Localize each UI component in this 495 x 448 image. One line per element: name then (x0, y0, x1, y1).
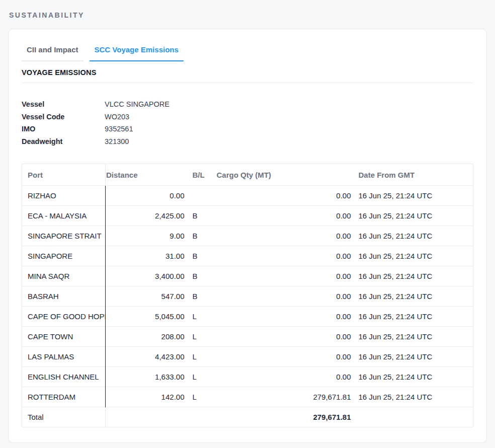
cell-distance: 142.00 (106, 387, 189, 407)
cell-cargo-qty: 0.00 (216, 246, 355, 266)
cell-date-from-gmt: 16 Jun 25, 21:24 UTC (355, 286, 473, 307)
cell-cargo-qty: 0.00 (216, 266, 355, 286)
table-row: BASRAH 547.00 B 0.00 16 Jun 25, 21:24 UT… (22, 286, 473, 307)
cell-port: CAPE TOWN (22, 327, 106, 347)
vessel-info-row: Vessel VLCC SINGAPORE (22, 98, 473, 111)
cell-date-from-gmt: 16 Jun 25, 21:24 UTC (355, 226, 473, 246)
vessel-info-row: Vessel Code WO203 (22, 111, 473, 123)
cell-bl: L (189, 347, 216, 367)
cell-distance: 0.00 (106, 186, 189, 206)
cell-port: CAPE OF GOOD HOPE (22, 307, 106, 327)
tab-bar: CII and Impact SCC Voyage Emissions (22, 44, 473, 61)
cell-cargo-qty: 0.00 (216, 286, 355, 307)
cell-distance: 2,425.00 (106, 206, 189, 226)
vessel-info-label: IMO (22, 123, 105, 135)
cell-distance: 208.00 (106, 327, 189, 347)
table-row: MINA SAQR 3,400.00 B 0.00 16 Jun 25, 21:… (22, 266, 473, 286)
vessel-info-label: Vessel Code (22, 111, 105, 123)
cell-cargo-qty: 0.00 (216, 367, 355, 387)
cell-cargo-qty: 279,671.81 (216, 387, 355, 407)
column-header-distance: Distance (106, 164, 189, 186)
cell-cargo-qty: 0.00 (216, 307, 355, 327)
table-footer: Total 279,671.81 (22, 407, 473, 427)
sustainability-card: CII and Impact SCC Voyage Emissions VOYA… (8, 29, 487, 443)
cell-cargo-qty: 0.00 (216, 327, 355, 347)
table-row: ECA - MALAYSIA 2,425.00 B 0.00 16 Jun 25… (22, 206, 473, 226)
total-row: Total 279,671.81 (22, 407, 473, 427)
cell-date-from-gmt: 16 Jun 25, 21:24 UTC (355, 367, 473, 387)
page-title: SUSTAINABILITY (0, 0, 495, 19)
cell-bl: L (189, 307, 216, 327)
cell-bl: L (189, 327, 216, 347)
cell-port: SINGAPORE (22, 246, 106, 266)
table-row: CAPE TOWN 208.00 L 0.00 16 Jun 25, 21:24… (22, 327, 473, 347)
total-label: Total (22, 407, 106, 427)
table-body: RIZHAO 0.00 0.00 16 Jun 25, 21:24 UTC EC… (22, 186, 473, 407)
section-title: VOYAGE EMISSIONS (22, 68, 473, 77)
cell-cargo-qty: 0.00 (216, 206, 355, 226)
cell-distance: 31.00 (106, 246, 189, 266)
vessel-info: Vessel VLCC SINGAPORE Vessel Code WO203 … (22, 98, 473, 147)
cell-distance: 9.00 (106, 226, 189, 246)
voyage-emissions-table: Port Distance B/L Cargo Qty (MT) Date Fr… (22, 164, 473, 427)
column-header-port: Port (22, 164, 106, 186)
cell-distance: 4,423.00 (106, 347, 189, 367)
vessel-info-value: WO203 (105, 111, 129, 123)
section-divider (22, 83, 473, 83)
cell-distance: 1,633.00 (106, 367, 189, 387)
vessel-info-row: Deadweight 321300 (22, 135, 473, 148)
table-row: SINGAPORE STRAIT 9.00 B 0.00 16 Jun 25, … (22, 226, 473, 246)
table-row: LAS PALMAS 4,423.00 L 0.00 16 Jun 25, 21… (22, 347, 473, 367)
cell-date-from-gmt: 16 Jun 25, 21:24 UTC (355, 186, 473, 206)
vessel-info-row: IMO 9352561 (22, 123, 473, 135)
cell-bl: B (189, 206, 216, 226)
cell-date-from-gmt: 16 Jun 25, 21:24 UTC (355, 347, 473, 367)
vessel-info-label: Deadweight (22, 135, 105, 148)
table-row: SINGAPORE 31.00 B 0.00 16 Jun 25, 21:24 … (22, 246, 473, 266)
cell-port: MINA SAQR (22, 266, 106, 286)
tab-cii-and-impact[interactable]: CII and Impact (22, 44, 84, 61)
table-row: RIZHAO 0.00 0.00 16 Jun 25, 21:24 UTC (22, 186, 473, 206)
cell-distance: 3,400.00 (106, 266, 189, 286)
cell-date-from-gmt: 16 Jun 25, 21:24 UTC (355, 266, 473, 286)
column-header-cargo-qty: Cargo Qty (MT) (216, 164, 355, 186)
cell-date-from-gmt: 16 Jun 25, 21:24 UTC (355, 206, 473, 226)
cell-date-from-gmt: 16 Jun 25, 21:24 UTC (355, 307, 473, 327)
cell-distance: 547.00 (106, 286, 189, 307)
cell-port: ROTTERDAM (22, 387, 106, 407)
cell-cargo-qty: 0.00 (216, 226, 355, 246)
table-row: ROTTERDAM 142.00 L 279,671.81 16 Jun 25,… (22, 387, 473, 407)
column-header-bl: B/L (189, 164, 216, 186)
cell-bl: L (189, 367, 216, 387)
total-cargo-value: 279,671.81 (216, 407, 355, 427)
table-row: ENGLISH CHANNEL 1,633.00 L 0.00 16 Jun 2… (22, 367, 473, 387)
cell-port: ECA - MALAYSIA (22, 206, 106, 226)
cell-bl: B (189, 286, 216, 307)
cell-cargo-qty: 0.00 (216, 186, 355, 206)
cell-port: SINGAPORE STRAIT (22, 226, 106, 246)
cell-distance: 5,045.00 (106, 307, 189, 327)
vessel-info-value: 321300 (105, 135, 129, 148)
cell-cargo-qty: 0.00 (216, 347, 355, 367)
cell-port: RIZHAO (22, 186, 106, 206)
cell-bl: B (189, 266, 216, 286)
cell-bl: B (189, 246, 216, 266)
cell-date-from-gmt: 16 Jun 25, 21:24 UTC (355, 327, 473, 347)
cell-bl: L (189, 387, 216, 407)
cell-port: LAS PALMAS (22, 347, 106, 367)
column-header-date-from-gmt: Date From GMT (355, 164, 473, 186)
cell-port: ENGLISH CHANNEL (22, 367, 106, 387)
table-row: CAPE OF GOOD HOPE 5,045.00 L 0.00 16 Jun… (22, 307, 473, 327)
cell-date-from-gmt: 16 Jun 25, 21:24 UTC (355, 246, 473, 266)
cell-date-from-gmt: 16 Jun 25, 21:24 UTC (355, 387, 473, 407)
vessel-info-label: Vessel (22, 98, 105, 111)
cell-bl (189, 186, 216, 206)
header-row: Port Distance B/L Cargo Qty (MT) Date Fr… (22, 164, 473, 186)
cell-port: BASRAH (22, 286, 106, 307)
cell-bl: B (189, 226, 216, 246)
vessel-info-value: 9352561 (105, 123, 133, 135)
tab-scc-voyage-emissions[interactable]: SCC Voyage Emissions (90, 44, 184, 61)
vessel-info-value: VLCC SINGAPORE (105, 98, 170, 111)
table-header: Port Distance B/L Cargo Qty (MT) Date Fr… (22, 164, 473, 186)
